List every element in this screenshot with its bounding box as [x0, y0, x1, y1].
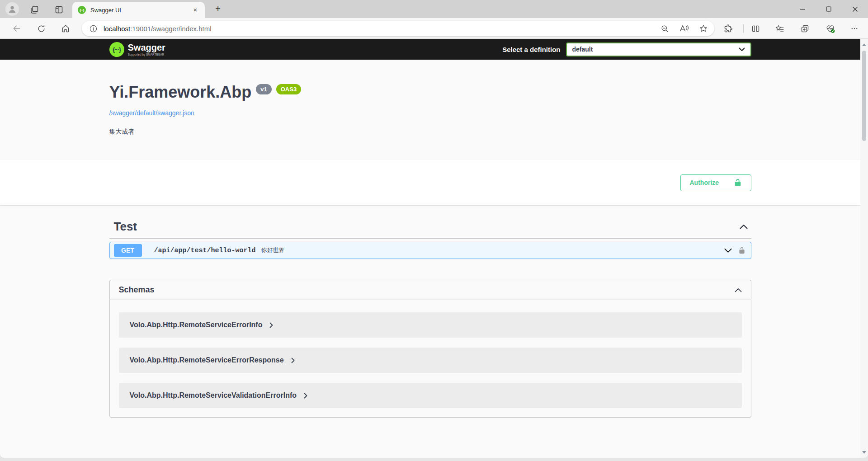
- unlocked-padlock-gray-icon: [738, 247, 745, 254]
- address-bar[interactable]: localhost:19001/swagger/index.html: [82, 21, 714, 36]
- scroll-up-icon: [862, 43, 866, 46]
- browser-essentials-button[interactable]: [825, 23, 835, 34]
- authorize-button[interactable]: Authorize: [680, 174, 751, 191]
- swagger-logo[interactable]: {···} Swagger Supported by SMARTBEAR: [109, 42, 165, 57]
- chevron-right-icon: [304, 393, 307, 399]
- spec-json-link[interactable]: /swagger/default/swagger.json: [109, 109, 194, 117]
- browser-essentials-icon: [825, 24, 835, 33]
- schema-row-remote-service-error-info[interactable]: Volo.Abp.Http.RemoteServiceErrorInfo: [119, 312, 742, 338]
- tab-title: Swagger UI: [90, 7, 191, 14]
- oas3-badge: OAS3: [276, 84, 301, 94]
- maximize-icon: [826, 6, 831, 12]
- minimize-icon: [800, 6, 806, 12]
- workspaces-button[interactable]: [29, 4, 40, 15]
- scroll-down-button[interactable]: [860, 448, 868, 456]
- favorite-star-icon[interactable]: [699, 24, 708, 33]
- vertical-scrollbar[interactable]: [860, 39, 868, 458]
- definition-select-label: Select a definition: [502, 46, 560, 53]
- unlocked-padlock-icon: [734, 179, 742, 187]
- close-window-button[interactable]: [842, 0, 868, 18]
- schema-row-remote-service-validation-error-info[interactable]: Volo.Abp.Http.RemoteServiceValidationErr…: [119, 383, 742, 408]
- read-aloud-icon[interactable]: [679, 24, 689, 33]
- split-screen-icon: [751, 24, 760, 33]
- home-button[interactable]: [60, 23, 71, 34]
- browser-tab-strip: {··} Swagger UI × +: [0, 0, 868, 18]
- api-info-section: Yi.Framework.Abp v1 OAS3 /swagger/defaul…: [0, 60, 860, 160]
- page-title: Yi.Framework.Abp: [109, 82, 252, 102]
- settings-menu-button[interactable]: [849, 23, 860, 34]
- brand-name: Swagger: [128, 43, 165, 52]
- operation-get-hello-world[interactable]: GET /api/app/test/hello-world 你好世界: [109, 242, 751, 259]
- tag-title: Test: [114, 220, 137, 234]
- schemas-section: Schemas Volo.Abp.Http.RemoteServiceError…: [109, 280, 751, 418]
- browser-toolbar: localhost:19001/swagger/index.html: [0, 18, 868, 39]
- scheme-container: Authorize: [0, 160, 860, 205]
- definition-selected-value: default: [572, 46, 739, 53]
- schemas-title: Schemas: [119, 285, 155, 295]
- scroll-up-button[interactable]: [860, 41, 868, 48]
- definition-select[interactable]: default: [566, 42, 751, 56]
- tab-actions-icon: [54, 5, 64, 14]
- schema-name: Volo.Abp.Http.RemoteServiceValidationErr…: [130, 391, 297, 400]
- tab-actions-button[interactable]: [53, 4, 64, 15]
- operation-auth-button[interactable]: [738, 247, 745, 254]
- window-controls: [789, 0, 868, 18]
- zoom-out-icon[interactable]: [660, 24, 669, 33]
- chevron-down-icon: [724, 248, 732, 253]
- favorites-button[interactable]: [774, 23, 785, 34]
- schemas-header[interactable]: Schemas: [110, 280, 751, 300]
- scroll-down-icon: [862, 451, 866, 454]
- chevron-right-icon: [269, 322, 273, 328]
- toolbar-divider: [743, 24, 744, 33]
- expand-operation-button[interactable]: [724, 248, 732, 253]
- favorites-bar-icon: [775, 24, 785, 33]
- tab-close-icon[interactable]: ×: [191, 6, 199, 14]
- maximize-button[interactable]: [816, 0, 842, 18]
- page-viewport: {···} Swagger Supported by SMARTBEAR Sel…: [0, 39, 868, 458]
- back-icon: [12, 24, 21, 33]
- url-text[interactable]: localhost:19001/swagger/index.html: [104, 25, 660, 33]
- operation-path: /api/app/test/hello-world: [154, 247, 256, 254]
- workspaces-icon: [30, 5, 39, 14]
- collections-icon: [800, 24, 810, 33]
- profile-avatar[interactable]: [5, 2, 19, 16]
- collections-button[interactable]: [799, 23, 810, 34]
- schema-name: Volo.Abp.Http.RemoteServiceErrorResponse: [130, 356, 284, 364]
- split-screen-button[interactable]: [750, 23, 761, 34]
- browser-tab-swagger-ui[interactable]: {··} Swagger UI ×: [72, 2, 205, 18]
- swagger-favicon-icon: {··}: [78, 6, 86, 14]
- operation-summary: 你好世界: [261, 246, 724, 254]
- chevron-up-icon: [740, 224, 748, 229]
- api-description: 集大成者: [109, 128, 751, 136]
- new-tab-button[interactable]: +: [212, 4, 223, 14]
- schema-row-remote-service-error-response[interactable]: Volo.Abp.Http.RemoteServiceErrorResponse: [119, 348, 742, 373]
- extensions-button[interactable]: [722, 23, 733, 34]
- back-button[interactable]: [11, 23, 22, 34]
- refresh-button[interactable]: [36, 23, 47, 34]
- method-badge: GET: [114, 244, 142, 257]
- more-icon: [850, 24, 859, 33]
- scrollbar-thumb[interactable]: [862, 51, 866, 141]
- collapse-schemas-button[interactable]: [735, 288, 742, 292]
- home-icon: [61, 24, 70, 33]
- tag-header[interactable]: Test: [109, 220, 751, 239]
- extensions-icon: [723, 24, 733, 33]
- swagger-topbar: {···} Swagger Supported by SMARTBEAR Sel…: [0, 39, 860, 60]
- chevron-up-icon: [735, 288, 742, 292]
- authorize-label: Authorize: [690, 179, 719, 186]
- window-bottom-edge: [0, 458, 868, 461]
- tag-section-test: Test GET /api/app/test/hello-world 你好世界: [109, 220, 751, 259]
- minimize-button[interactable]: [789, 0, 816, 18]
- swagger-logo-icon: {···}: [109, 42, 124, 57]
- url-host: localhost: [104, 25, 130, 33]
- collapse-section-button[interactable]: [740, 224, 751, 229]
- close-icon: [852, 6, 858, 12]
- url-rest: :19001/swagger/index.html: [130, 25, 211, 33]
- site-info-icon[interactable]: [88, 24, 98, 33]
- schema-name: Volo.Abp.Http.RemoteServiceErrorInfo: [130, 321, 263, 329]
- refresh-icon: [37, 24, 46, 33]
- version-badge: v1: [256, 84, 271, 94]
- brand-subtitle: Supported by SMARTBEAR: [128, 53, 165, 56]
- chevron-down-icon: [739, 47, 745, 52]
- chevron-right-icon: [291, 358, 295, 363]
